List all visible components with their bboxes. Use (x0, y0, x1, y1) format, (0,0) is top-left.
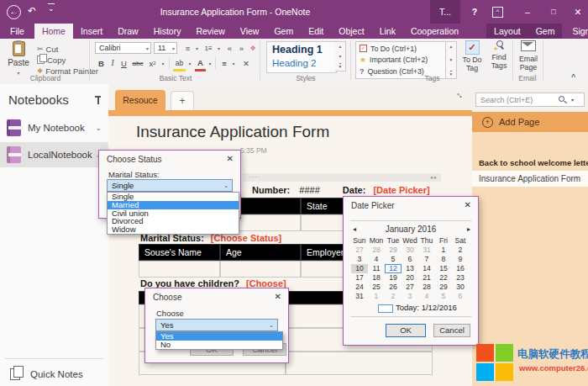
cut-button[interactable]: ✂ Cut (37, 44, 58, 54)
numbering-dropdown[interactable]: ▾ (216, 42, 222, 54)
paragraph-align-dropdown[interactable]: ▾ (230, 57, 237, 69)
subscript-button[interactable]: x2 (146, 57, 159, 69)
calendar-day[interactable]: 5 (435, 292, 452, 301)
today-checkbox[interactable] (378, 304, 393, 313)
styles-scroll[interactable]: ▴ ▾ ▾ (335, 41, 346, 71)
bullets-dropdown[interactable]: ▾ (194, 42, 200, 54)
calendar-day[interactable]: 30 (452, 283, 469, 292)
font-name-combo[interactable]: Calibri ▾ (95, 42, 151, 54)
choose-combo[interactable]: Yes ⌄ (155, 319, 278, 331)
calendar-day[interactable]: 12 (385, 264, 402, 273)
new-section-tab[interactable]: + (171, 91, 194, 110)
decrease-indent-button[interactable]: « (224, 42, 235, 54)
font-color-dropdown[interactable]: ▾ (207, 57, 213, 69)
script-dropdown[interactable]: ▾ (160, 57, 166, 69)
page-list-item[interactable]: Back to school welcome letter (472, 156, 588, 171)
minimize-button[interactable]: – (516, 0, 539, 24)
styles-scroll-up-icon[interactable]: ▴ (339, 44, 342, 49)
container-handle[interactable]: ···· ◂ ▸ (243, 173, 441, 182)
tab-insert[interactable]: Insert (73, 24, 110, 39)
tab-link[interactable]: Link (372, 24, 403, 39)
ok-button[interactable]: OK (386, 324, 426, 337)
highlight-button[interactable]: ab (173, 57, 186, 71)
calendar-day[interactable]: 6 (452, 292, 469, 301)
font-color-button[interactable]: A (195, 57, 206, 71)
sign-in-button[interactable]: Sign in (562, 24, 588, 39)
calendar-day[interactable]: 10 (351, 264, 368, 273)
search-input[interactable] (476, 96, 558, 104)
number-value[interactable]: #### (299, 185, 319, 195)
calendar-day[interactable]: 28 (418, 283, 435, 292)
next-month-icon[interactable]: ▸ (467, 225, 470, 233)
calendar-day[interactable]: 21 (418, 273, 435, 283)
calendar-day[interactable]: 17 (351, 273, 368, 283)
calendar-day[interactable]: 2 (385, 292, 402, 301)
tab-layout[interactable]: Layout (486, 24, 528, 39)
calendar-day[interactable]: 27 (351, 246, 368, 255)
quick-notes-button[interactable]: Quick Notes (0, 362, 108, 386)
calendar-day[interactable]: 27 (402, 283, 418, 292)
calendar-day[interactable]: 3 (351, 255, 368, 264)
prev-month-icon[interactable]: ◂ (353, 225, 356, 233)
page-title[interactable]: Insurance Application Form (136, 123, 329, 141)
copy-button[interactable]: Copy (37, 55, 66, 65)
truncated-addin-button[interactable]: T... (430, 0, 460, 24)
calendar-day[interactable]: 2 (452, 246, 469, 255)
collapse-ribbon-button[interactable]: ^ (571, 72, 575, 81)
tags-scroll-down-icon[interactable]: ▾ (450, 57, 453, 62)
tab-object[interactable]: Object (331, 24, 371, 39)
calendar-day[interactable]: 31 (351, 292, 368, 301)
full-page-view-icon[interactable]: ↔ (454, 87, 467, 101)
calendar-day[interactable]: 8 (435, 255, 452, 264)
option-widow[interactable]: Widow (108, 225, 239, 234)
notebooks-header[interactable]: Notebooks (8, 93, 69, 107)
calendar-day[interactable]: 7 (418, 255, 435, 264)
style-heading2[interactable]: Heading 2 (272, 58, 316, 68)
today-label[interactable]: Today: 1/12/2016 (396, 303, 457, 312)
tab-history[interactable]: History (146, 24, 189, 39)
add-page-button[interactable]: + Add Page (472, 112, 588, 132)
tab-home[interactable]: Home (34, 24, 73, 39)
calendar-day[interactable]: 9 (452, 255, 469, 264)
font-size-combo[interactable]: 11 ▾ (154, 42, 177, 54)
table-cell[interactable] (139, 261, 220, 278)
paragraph-align-button[interactable]: ≡ (218, 57, 230, 69)
calendar-day[interactable]: 31 (418, 246, 435, 255)
paste-button[interactable]: Paste ▾ (4, 41, 33, 77)
numbering-button[interactable]: 1≡ (202, 42, 215, 54)
table-cell[interactable] (286, 352, 433, 375)
calendar-day[interactable]: 18 (368, 273, 385, 283)
calendar-day[interactable]: 30 (402, 246, 418, 255)
tab-view[interactable]: View (233, 24, 267, 39)
calendar-day[interactable]: 13 (402, 264, 418, 273)
calendar-day[interactable]: 25 (368, 283, 385, 292)
find-tags-button[interactable]: ★ Find Tags (487, 40, 511, 70)
date-picker-link[interactable]: [Date Picker] (373, 185, 429, 195)
calendar-day[interactable]: 4 (368, 255, 385, 264)
tab-gem-2[interactable]: Gem (528, 24, 563, 39)
styles-scroll-down-icon[interactable]: ▾ (339, 54, 342, 59)
calendar-day[interactable]: 16 (452, 264, 469, 273)
todo-tag-button[interactable]: ✓ To Do Tag (459, 40, 486, 72)
option-no[interactable]: No (156, 341, 282, 349)
pin-icon[interactable] (94, 96, 102, 105)
calendar-day[interactable]: 14 (418, 264, 435, 273)
tab-gem[interactable]: Gem (266, 24, 301, 39)
calendar-day[interactable]: 23 (452, 273, 469, 283)
tab-cooperation[interactable]: Cooperation (403, 24, 466, 39)
option-yes[interactable]: Yes (156, 332, 282, 341)
format-eraser-button[interactable]: ❖ (248, 42, 258, 54)
sidebar-item-my-notebook[interactable]: My Notebook ⌄ (0, 115, 108, 140)
close-icon[interactable]: ✕ (465, 200, 471, 209)
calendar-day[interactable]: 26 (385, 283, 402, 292)
italic-button[interactable]: I (108, 57, 118, 69)
calendar-day[interactable]: 15 (435, 264, 452, 273)
style-heading1[interactable]: Heading 1 (272, 44, 323, 56)
section-tab-resouce[interactable]: Resouce (115, 90, 165, 110)
calendar-day[interactable]: 28 (368, 246, 385, 255)
tab-file[interactable]: File (0, 24, 34, 39)
search-scope-dropdown-icon[interactable]: ▾ (571, 97, 574, 103)
close-button[interactable]: ✕ (568, 0, 588, 24)
tag-important[interactable]: ★ Important (Ctrl+2) (356, 55, 445, 66)
close-icon[interactable]: ✕ (275, 292, 281, 301)
